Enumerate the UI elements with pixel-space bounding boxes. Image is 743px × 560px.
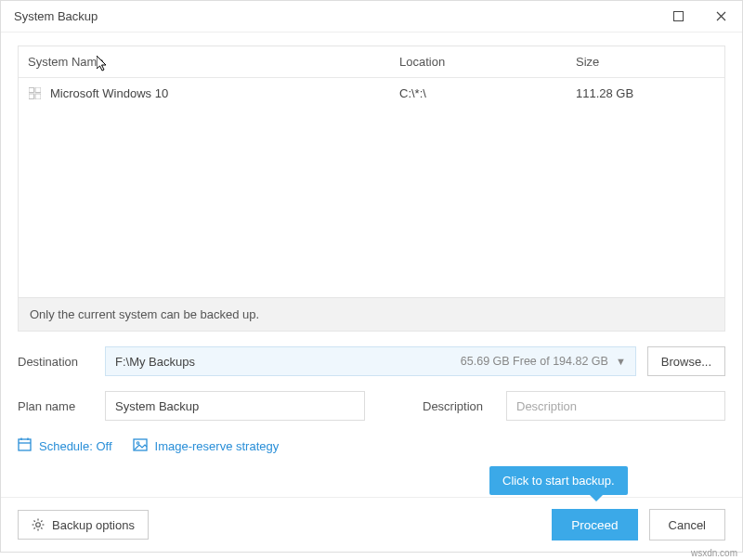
- schedule-link[interactable]: Schedule: Off: [18, 437, 112, 454]
- plan-row: Plan name Description: [18, 391, 725, 421]
- col-header-size: Size: [576, 55, 715, 69]
- destination-row: Destination F:\My Backups 65.69 GB Free …: [18, 346, 725, 376]
- calendar-icon: [18, 437, 32, 454]
- links-row: Schedule: Off Image-reserve strategy: [18, 437, 725, 454]
- watermark: wsxdn.com: [691, 548, 737, 558]
- system-grid: System Name Location Size: [18, 46, 725, 332]
- proceed-tooltip: Click to start backup.: [489, 466, 628, 495]
- svg-rect-4: [35, 94, 41, 99]
- svg-rect-0: [673, 12, 683, 21]
- grid-footer-note: Only the current system can be backed up…: [19, 297, 724, 331]
- description-input[interactable]: [506, 391, 725, 421]
- destination-label: Destination: [18, 355, 94, 369]
- svg-line-16: [34, 521, 35, 522]
- close-button[interactable]: [699, 1, 742, 33]
- svg-rect-2: [35, 87, 41, 93]
- table-row[interactable]: Microsoft Windows 10 C:\*:\ 111.28 GB: [19, 78, 724, 109]
- plan-name-input[interactable]: [105, 391, 365, 421]
- col-header-location: Location: [399, 55, 576, 69]
- gear-icon: [32, 518, 45, 531]
- svg-rect-5: [19, 439, 31, 450]
- image-reserve-link-label: Image-reserve strategy: [155, 439, 280, 453]
- content: System Name Location Size: [1, 33, 742, 497]
- image-icon: [133, 438, 148, 454]
- maximize-button[interactable]: [657, 1, 699, 33]
- window-title: System Backup: [14, 9, 657, 23]
- svg-point-10: [137, 441, 139, 444]
- titlebar: System Backup: [1, 1, 742, 33]
- window: System Backup System Name Location Size: [0, 0, 743, 553]
- col-header-system: System Name: [28, 55, 399, 69]
- destination-combo[interactable]: F:\My Backups 65.69 GB Free of 194.82 GB…: [105, 346, 636, 376]
- grid-body: Microsoft Windows 10 C:\*:\ 111.28 GB: [19, 78, 724, 297]
- proceed-button[interactable]: Proceed: [552, 509, 637, 540]
- schedule-link-label: Schedule: Off: [39, 439, 112, 453]
- svg-rect-1: [29, 88, 34, 93]
- svg-line-17: [41, 527, 42, 528]
- cancel-button[interactable]: Cancel: [649, 509, 725, 540]
- plan-name-label: Plan name: [18, 399, 94, 413]
- image-reserve-link[interactable]: Image-reserve strategy: [133, 438, 280, 454]
- grid-header: System Name Location Size: [19, 46, 724, 78]
- row-size: 111.28 GB: [576, 86, 715, 100]
- destination-free: 65.69 GB Free of 194.82 GB: [461, 355, 608, 368]
- description-label: Description: [423, 399, 495, 413]
- svg-line-18: [41, 521, 42, 522]
- backup-options-button[interactable]: Backup options: [18, 510, 149, 540]
- svg-point-11: [36, 523, 41, 527]
- svg-rect-3: [29, 94, 34, 99]
- row-location: C:\*:\: [399, 86, 576, 100]
- footer-bar: Click to start backup. Backup options Pr…: [1, 497, 742, 552]
- browse-button[interactable]: Browse...: [647, 346, 725, 376]
- backup-options-label: Backup options: [52, 518, 135, 532]
- svg-line-19: [34, 527, 35, 528]
- windows-icon: [28, 87, 41, 100]
- destination-path: F:\My Backups: [115, 355, 461, 369]
- row-system-name: Microsoft Windows 10: [50, 86, 168, 100]
- chevron-down-icon: ▼: [616, 356, 626, 367]
